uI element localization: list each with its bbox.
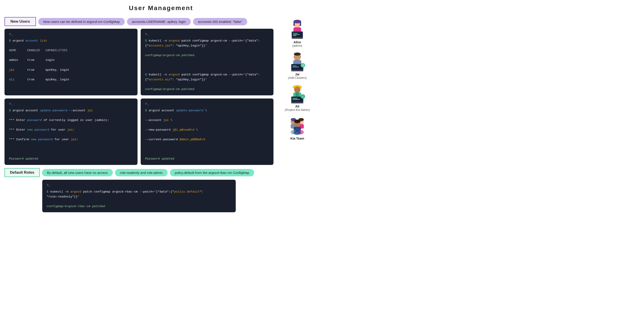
terminal-update-pw-flags: >_ $ argocd account update-password \ --… xyxy=(141,99,274,165)
terminals-row-1: >_ $ argocd account list NAME ENABLED CA… xyxy=(4,29,274,95)
default-roles-header: Default Roles By default, all new users … xyxy=(4,168,274,177)
sidebar: Alice (admin) xyxy=(277,17,318,212)
svg-point-40 xyxy=(294,120,300,123)
svg-rect-2 xyxy=(294,21,295,26)
alice-name: Alice xyxy=(294,40,301,44)
terminal-default-role: >_ $ kubectl -n argocd patch configmap a… xyxy=(42,180,236,212)
terminal-default-role-content: $ kubectl -n argocd patch configmap argo… xyxy=(47,189,232,209)
terminal-kubectl-patch-content: $ kubectl -n argocd patch configmap argo… xyxy=(145,38,269,92)
alice-avatar-icon xyxy=(287,19,308,39)
page-title: User Management xyxy=(4,4,318,12)
svg-point-45 xyxy=(294,130,301,135)
new-users-pill-2: accounts.USERNAME: apikey, login xyxy=(127,18,191,25)
terminal-kubectl-patch: >_ $ kubectl -n argocd patch configmap a… xyxy=(141,29,274,95)
svg-rect-8 xyxy=(293,34,300,35)
default-roles-pill-3: policy.default from the argocd-rbac-cm C… xyxy=(170,169,254,176)
svg-text:⚙: ⚙ xyxy=(302,64,304,67)
jai-avatar-container: ⚙ xyxy=(287,51,308,72)
persona-jai: ⚙ Jai (Add Clusters) xyxy=(287,51,308,79)
svg-rect-9 xyxy=(293,35,296,36)
ali-avatar-container: ✓ xyxy=(287,83,308,104)
svg-rect-28 xyxy=(292,98,298,99)
default-roles-pill-1: By default, all new users have no access xyxy=(42,169,113,176)
terminal-update-pw-flags-content: $ argocd account update-password \ --acc… xyxy=(145,108,269,162)
alice-role: (admin) xyxy=(292,44,302,47)
new-users-header: New Users New users can be defined in ar… xyxy=(4,17,274,26)
new-users-pill-3: accounts.SID.enabled: "false" xyxy=(193,18,247,25)
terminal-prompt-2: >_ xyxy=(145,32,269,36)
terminals-row-2: >_ $ argocd account update-password --ac… xyxy=(4,99,274,165)
main-layout: New Users New users can be defined in ar… xyxy=(4,17,318,212)
default-roles-pill-2: role:readonly and role:admin xyxy=(115,169,168,176)
svg-rect-7 xyxy=(293,33,298,34)
terminal-prompt-1: >_ xyxy=(9,32,133,36)
jai-name: Jai xyxy=(295,72,299,76)
kia-team-avatar-icon xyxy=(287,116,308,136)
persona-kia-team: Kia Team xyxy=(287,116,308,140)
terminal-prompt-4: >_ xyxy=(145,102,269,106)
default-roles-label: Default Roles xyxy=(4,168,40,177)
ali-avatar-icon: ✓ xyxy=(287,83,308,104)
terminal-update-pw-content: $ argocd account update-password --accou… xyxy=(9,108,133,162)
svg-rect-3 xyxy=(300,21,301,26)
svg-rect-16 xyxy=(292,65,296,66)
svg-point-23 xyxy=(294,87,300,93)
svg-text:✓: ✓ xyxy=(302,95,304,98)
persona-alice: Alice (admin) xyxy=(287,19,308,47)
new-users-pill-1: New users can be defined in argocd-cm Co… xyxy=(38,18,125,25)
alice-avatar-container xyxy=(287,19,308,39)
jai-avatar-icon: ⚙ xyxy=(287,51,308,72)
svg-point-12 xyxy=(294,52,301,56)
kia-team-name: Kia Team xyxy=(290,137,304,140)
default-roles-section: Default Roles By default, all new users … xyxy=(4,168,274,212)
svg-rect-29 xyxy=(292,99,300,100)
svg-rect-18 xyxy=(291,70,303,71)
kia-team-avatar-container xyxy=(287,116,308,136)
terminal-update-pw-interactive: >_ $ argocd account update-password --ac… xyxy=(4,99,138,165)
terminal-account-list-content: $ argocd account list NAME ENABLED CAPAB… xyxy=(9,38,133,82)
new-users-label: New Users xyxy=(4,17,36,26)
persona-ali: ✓ Ali (Project Kia Admin) xyxy=(285,83,310,112)
svg-rect-30 xyxy=(291,103,303,103)
terminal-account-list: >_ $ argocd account list NAME ENABLED CA… xyxy=(4,29,138,95)
ali-role: (Project Kia Admin) xyxy=(285,108,310,112)
bottom-terminal-wrap: >_ $ kubectl -n argocd patch configmap a… xyxy=(4,180,274,212)
terminal-prompt-3: >_ xyxy=(9,102,133,106)
jai-role: (Add Clusters) xyxy=(288,76,306,79)
terminal-prompt-5: >_ xyxy=(47,183,232,187)
ali-name: Ali xyxy=(295,105,299,108)
content-area: New Users New users can be defined in ar… xyxy=(4,17,274,212)
svg-rect-10 xyxy=(292,38,303,39)
svg-rect-17 xyxy=(292,67,299,67)
